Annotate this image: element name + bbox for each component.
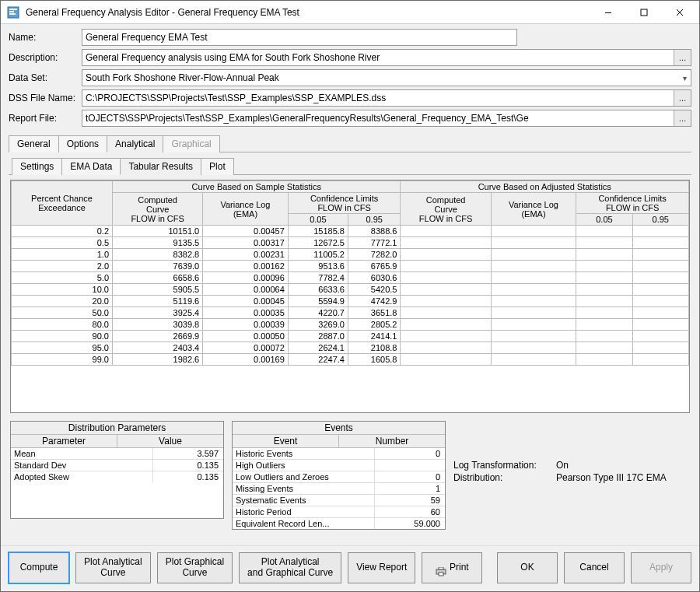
dssfile-input[interactable] [82, 89, 691, 107]
table-cell[interactable]: 15185.8 [288, 226, 348, 237]
table-cell[interactable]: 80.0 [12, 319, 113, 331]
list-item[interactable]: Adopted Skew0.135 [11, 471, 223, 482]
plot-both-curves-button[interactable]: Plot Analytical and Graphical Curve [239, 552, 341, 583]
table-cell[interactable]: 1.0 [12, 249, 113, 261]
table-row[interactable]: 0.59135.50.0031712672.57772.1 [12, 237, 689, 249]
table-cell[interactable]: 99.0 [12, 354, 113, 366]
table-cell[interactable]: 0.00317 [203, 237, 289, 249]
table-cell[interactable] [632, 296, 688, 307]
table-row[interactable]: 1.08382.80.0023111005.27282.0 [12, 249, 689, 261]
table-cell[interactable]: 2403.4 [113, 342, 203, 354]
table-cell[interactable]: 12672.5 [288, 237, 348, 249]
dataset-select[interactable]: South Fork Shoshone River-Flow-Annual Pe… [82, 69, 691, 86]
table-cell[interactable]: 0.00169 [203, 354, 289, 366]
table-cell[interactable] [401, 296, 491, 307]
table-cell[interactable] [576, 272, 632, 284]
table-cell[interactable]: 5420.5 [348, 284, 401, 296]
list-item[interactable]: Standard Dev0.135 [11, 460, 223, 471]
table-cell[interactable]: 6765.9 [348, 261, 401, 272]
table-cell[interactable] [491, 331, 576, 342]
table-cell[interactable]: 7282.0 [348, 249, 401, 261]
table-cell[interactable]: 90.0 [12, 331, 113, 342]
table-cell[interactable]: 2.0 [12, 261, 113, 272]
table-cell[interactable]: 5905.5 [113, 284, 203, 296]
minimize-button[interactable] [590, 1, 626, 24]
table-cell[interactable]: 2108.8 [348, 342, 401, 354]
table-cell[interactable]: 0.00039 [203, 319, 289, 331]
table-cell[interactable] [632, 342, 688, 354]
table-cell[interactable]: 0.00096 [203, 272, 289, 284]
table-cell[interactable]: 6658.6 [113, 272, 203, 284]
table-cell[interactable] [576, 249, 632, 261]
table-cell[interactable] [401, 331, 491, 342]
table-cell[interactable] [491, 237, 576, 249]
table-row[interactable]: 0.210151.00.0045715185.88388.6 [12, 226, 689, 237]
list-item[interactable]: High Outliers [233, 460, 445, 471]
maximize-button[interactable] [626, 1, 662, 24]
list-item[interactable]: Low Outliers and Zeroes0 [233, 471, 445, 483]
table-cell[interactable]: 2887.0 [288, 331, 348, 342]
table-cell[interactable]: 0.00457 [203, 226, 289, 237]
table-cell[interactable]: 6633.6 [288, 284, 348, 296]
table-cell[interactable]: 6030.6 [348, 272, 401, 284]
table-cell[interactable]: 7782.4 [288, 272, 348, 284]
dssfile-browse-button[interactable]: … [674, 90, 691, 106]
print-button[interactable]: Print [422, 552, 482, 583]
subtab-tabular-results[interactable]: Tabular Results [120, 158, 201, 175]
subtab-emadata[interactable]: EMA Data [61, 158, 121, 175]
table-cell[interactable]: 3269.0 [288, 319, 348, 331]
table-cell[interactable] [576, 331, 632, 342]
table-cell[interactable]: 3039.8 [113, 319, 203, 331]
table-cell[interactable] [401, 261, 491, 272]
list-item[interactable]: Historic Period60 [233, 506, 445, 518]
table-cell[interactable] [401, 226, 491, 237]
table-cell[interactable]: 4742.9 [348, 296, 401, 307]
table-cell[interactable]: 2414.1 [348, 331, 401, 342]
table-cell[interactable]: 7639.0 [113, 261, 203, 272]
table-cell[interactable]: 4220.7 [288, 307, 348, 319]
table-row[interactable]: 99.01982.60.001692247.41605.8 [12, 354, 689, 366]
table-cell[interactable] [401, 319, 491, 331]
table-cell[interactable]: 8388.6 [348, 226, 401, 237]
subtab-settings[interactable]: Settings [12, 158, 62, 175]
table-cell[interactable] [576, 342, 632, 354]
table-cell[interactable]: 3651.8 [348, 307, 401, 319]
table-cell[interactable] [491, 307, 576, 319]
table-cell[interactable]: 2624.1 [288, 342, 348, 354]
table-cell[interactable]: 5119.6 [113, 296, 203, 307]
table-cell[interactable] [491, 354, 576, 366]
table-cell[interactable]: 0.5 [12, 237, 113, 249]
subtab-plot[interactable]: Plot [201, 158, 234, 175]
table-cell[interactable] [401, 249, 491, 261]
compute-button[interactable]: Compute [9, 552, 69, 583]
table-cell[interactable]: 1982.6 [113, 354, 203, 366]
table-cell[interactable] [576, 237, 632, 249]
table-row[interactable]: 2.07639.00.001629513.66765.9 [12, 261, 689, 272]
table-cell[interactable] [632, 249, 688, 261]
table-cell[interactable] [401, 342, 491, 354]
table-cell[interactable] [576, 284, 632, 296]
table-cell[interactable]: 9135.5 [113, 237, 203, 249]
tab-general[interactable]: General [9, 135, 59, 152]
table-cell[interactable]: 0.00162 [203, 261, 289, 272]
list-item[interactable]: Systematic Events59 [233, 495, 445, 506]
table-cell[interactable] [401, 284, 491, 296]
table-cell[interactable] [576, 296, 632, 307]
table-cell[interactable]: 10151.0 [113, 226, 203, 237]
plot-graphical-curve-button[interactable]: Plot Graphical Curve [157, 552, 233, 583]
table-cell[interactable]: 1605.8 [348, 354, 401, 366]
table-cell[interactable]: 0.2 [12, 226, 113, 237]
table-cell[interactable]: 50.0 [12, 307, 113, 319]
tab-options[interactable]: Options [58, 135, 107, 152]
table-cell[interactable]: 5.0 [12, 272, 113, 284]
table-cell[interactable] [632, 331, 688, 342]
table-cell[interactable]: 0.00064 [203, 284, 289, 296]
table-cell[interactable] [401, 237, 491, 249]
table-cell[interactable] [576, 354, 632, 366]
table-cell[interactable]: 0.00072 [203, 342, 289, 354]
table-row[interactable]: 90.02669.90.000502887.02414.1 [12, 331, 689, 342]
table-cell[interactable]: 11005.2 [288, 249, 348, 261]
name-input[interactable] [82, 29, 517, 46]
table-cell[interactable]: 0.00045 [203, 296, 289, 307]
table-cell[interactable] [576, 319, 632, 331]
